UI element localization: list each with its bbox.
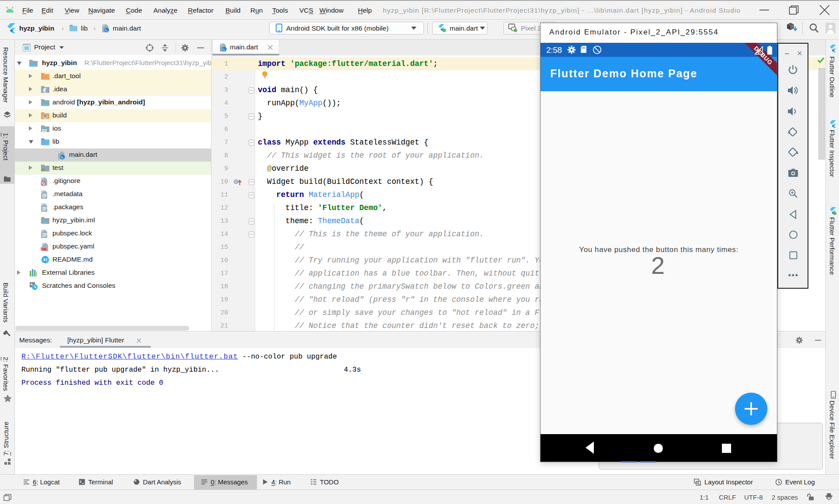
svg-text:YML: YML [42, 248, 48, 251]
